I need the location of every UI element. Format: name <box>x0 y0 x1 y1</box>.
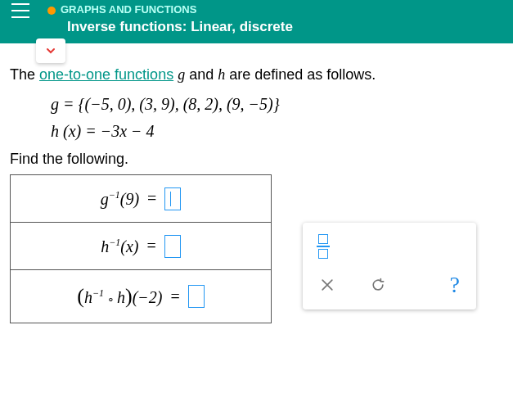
row3-lhs: (h−1 ∘ h)(−2) <box>77 284 162 309</box>
row3-b: h <box>117 288 125 306</box>
row3-circ: ∘ <box>104 293 117 305</box>
category-label: GRAPHS AND FUNCTIONS <box>47 3 505 16</box>
row3-a-sup: −1 <box>92 287 104 299</box>
fraction-denominator-icon <box>318 249 328 259</box>
row3-a-base: h <box>84 288 92 306</box>
prompt-pre: The <box>10 66 39 83</box>
prompt-post2: and <box>185 66 218 83</box>
answer-row-2: h−1(x) = <box>11 223 271 270</box>
menu-icon[interactable] <box>11 3 29 18</box>
fraction-bar-icon <box>317 246 330 247</box>
find-instruction: Find the following. <box>10 151 503 168</box>
toolbar-row-1 <box>311 231 468 262</box>
expand-button[interactable] <box>36 38 65 63</box>
row1-base: g <box>101 189 109 207</box>
answer-input-3[interactable] <box>188 285 205 308</box>
answer-input-2[interactable] <box>164 235 181 258</box>
definition-g: g = {(−5, 0), (3, 9), (8, 2), (9, −5)} <box>51 95 503 114</box>
answer-table: g−1(9) = h−1(x) = (h−1 ∘ h)(−2) = <box>10 174 272 323</box>
close-icon <box>319 277 335 293</box>
toolbar-row-2: ? <box>311 272 468 298</box>
answer-row-1: g−1(9) = <box>11 175 271 223</box>
chevron-down-icon <box>44 44 57 57</box>
category-dot-icon <box>47 7 56 15</box>
fraction-numerator-icon <box>318 234 328 244</box>
fraction-button[interactable] <box>311 231 335 262</box>
row2-base: h <box>101 237 109 255</box>
row1-sup: −1 <box>109 189 120 201</box>
prompt-post3: are defined as follows. <box>225 66 376 83</box>
answer-input-1[interactable] <box>164 187 181 210</box>
answer-row-3: (h−1 ∘ h)(−2) = <box>11 270 271 323</box>
row3-open: ( <box>77 284 84 308</box>
prompt-h: h <box>218 66 225 83</box>
row3-eq: = <box>171 287 180 306</box>
row2-eq: = <box>147 237 156 255</box>
row2-lhs: h−1(x) <box>101 237 138 256</box>
category-text: GRAPHS AND FUNCTIONS <box>61 3 196 16</box>
row1-eq: = <box>147 189 156 208</box>
glossary-link[interactable]: one-to-one functions <box>39 66 173 83</box>
prompt-text: The one-to-one functions g and h are def… <box>10 66 503 84</box>
row1-lhs: g−1(9) <box>101 189 139 209</box>
help-button[interactable]: ? <box>450 272 460 298</box>
clear-button[interactable] <box>316 273 339 296</box>
row3-arg: (−2) <box>133 288 163 306</box>
prompt-g: g <box>178 66 185 83</box>
row1-arg: (9) <box>120 189 139 207</box>
header-bar: GRAPHS AND FUNCTIONS Inverse functions: … <box>0 0 513 43</box>
definition-h: h (x) = −3x − 4 <box>51 122 503 141</box>
page-title: Inverse functions: Linear, discrete <box>67 19 505 35</box>
row3-close: ) <box>125 284 133 308</box>
undo-icon <box>370 277 386 293</box>
row2-arg: (x) <box>120 237 138 255</box>
reset-button[interactable] <box>367 273 389 296</box>
math-toolbar: ? <box>303 223 476 309</box>
row2-sup: −1 <box>109 237 120 248</box>
